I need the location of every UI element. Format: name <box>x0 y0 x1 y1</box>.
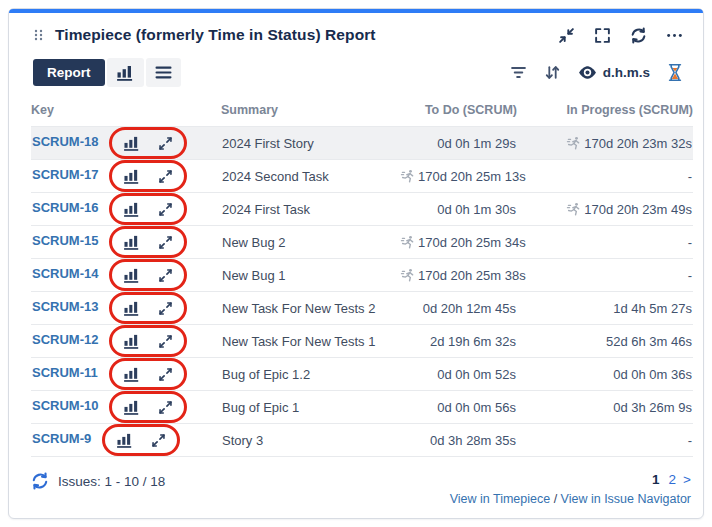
gadget-footer: Issues: 1 - 10 / 18 12> View in Timepiec… <box>9 460 703 518</box>
todo-cell: 2d 19h 6m 32s <box>399 325 517 358</box>
in-progress-cell: 0d 3h 26m 9s <box>517 391 693 424</box>
col-in-progress[interactable]: In Progress (SCRUM) <box>517 97 693 127</box>
annotation-red-oval <box>110 162 186 190</box>
bar-chart-icon[interactable] <box>123 267 141 283</box>
in-progress-cell: 1d 4h 5m 27s <box>517 292 693 325</box>
duration-format-label: d.h.m.s <box>603 65 650 80</box>
in-progress-cell: 170d 20h 23m 32s <box>517 127 693 160</box>
gadget-title: Timepiece (formerly Time in Status) Repo… <box>55 26 376 44</box>
annotation-red-oval <box>103 426 179 454</box>
annotation-red-oval <box>110 228 186 256</box>
issue-key-link[interactable]: SCRUM-15 <box>32 233 98 248</box>
todo-cell: 0d 0h 0m 52s <box>399 358 517 391</box>
expand-icon[interactable] <box>158 334 173 349</box>
expand-icon[interactable] <box>158 400 173 415</box>
expand-icon[interactable] <box>158 268 173 283</box>
col-todo[interactable]: To Do (SCRUM) <box>399 97 517 127</box>
hourglass-icon[interactable] <box>667 63 683 82</box>
row-actions <box>110 162 186 190</box>
expand-icon[interactable] <box>158 169 173 184</box>
issue-key-link[interactable]: SCRUM-9 <box>32 431 91 446</box>
issue-key-link[interactable]: SCRUM-12 <box>32 332 98 347</box>
bar-chart-icon[interactable] <box>116 432 134 448</box>
fullscreen-icon[interactable] <box>594 27 611 44</box>
expand-icon[interactable] <box>158 235 173 250</box>
table-row: SCRUM-13 New Task For New Tests 2 0d 20h… <box>31 292 693 325</box>
link-separator: / <box>554 492 557 506</box>
summary-cell: New Task For New Tests 1 <box>221 325 399 358</box>
row-actions <box>110 294 186 322</box>
filter-icon[interactable] <box>510 64 527 81</box>
annotation-red-oval <box>110 129 186 157</box>
row-actions <box>110 393 186 421</box>
refresh-icon[interactable] <box>630 27 647 44</box>
annotation-red-oval <box>110 261 186 289</box>
collapse-icon[interactable] <box>558 27 575 44</box>
expand-icon[interactable] <box>158 301 173 316</box>
issue-key-link[interactable]: SCRUM-16 <box>32 200 98 215</box>
gadget-header: Timepiece (formerly Time in Status) Repo… <box>9 13 703 50</box>
row-actions <box>110 327 186 355</box>
expand-icon[interactable] <box>158 136 173 151</box>
issue-key-link[interactable]: SCRUM-17 <box>32 167 98 182</box>
table-row: SCRUM-10 Bug of Epic 1 0d 0h 0m 56s 0d 3… <box>31 391 693 424</box>
list-view-button[interactable] <box>146 58 181 87</box>
summary-cell: New Task For New Tests 2 <box>221 292 399 325</box>
in-progress-cell: 170d 20h 23m 49s <box>517 193 693 226</box>
summary-cell: 2024 Second Task <box>221 160 399 193</box>
bar-chart-icon[interactable] <box>123 366 141 382</box>
refresh-issues-icon[interactable] <box>31 472 49 490</box>
expand-icon[interactable] <box>158 367 173 382</box>
col-key[interactable]: Key <box>31 97 221 127</box>
in-progress-cell: - <box>517 160 693 193</box>
bar-chart-icon[interactable] <box>123 333 141 349</box>
bar-chart-icon[interactable] <box>123 234 141 250</box>
issue-key-link[interactable]: SCRUM-10 <box>32 398 98 413</box>
todo-cell: 170d 20h 25m 38s <box>399 259 517 292</box>
report-tab-button[interactable]: Report <box>33 59 105 86</box>
todo-cell: 0d 0h 1m 29s <box>399 127 517 160</box>
annotation-red-oval <box>110 195 186 223</box>
annotation-red-oval <box>110 294 186 322</box>
row-actions <box>110 195 186 223</box>
sort-icon[interactable] <box>544 64 561 81</box>
chart-view-button[interactable] <box>107 58 144 87</box>
expand-icon[interactable] <box>151 433 166 448</box>
bar-chart-icon[interactable] <box>123 168 141 184</box>
issue-key-link[interactable]: SCRUM-13 <box>32 299 98 314</box>
page-next-link[interactable]: > <box>683 472 691 487</box>
summary-cell: 2024 First Story <box>221 127 399 160</box>
bar-chart-icon[interactable] <box>123 135 141 151</box>
in-progress-cell: - <box>517 259 693 292</box>
issue-key-link[interactable]: SCRUM-14 <box>32 266 98 281</box>
summary-cell: New Bug 2 <box>221 226 399 259</box>
bar-chart-icon[interactable] <box>123 201 141 217</box>
eye-icon <box>578 63 597 82</box>
table-row: SCRUM-17 2024 Second Task 170d 20h 25m 1… <box>31 160 693 193</box>
row-actions <box>110 261 186 289</box>
summary-cell: Bug of Epic 1 <box>221 391 399 424</box>
todo-cell: 0d 3h 28m 35s <box>399 424 517 457</box>
more-ellipsis-icon[interactable] <box>666 27 683 44</box>
row-actions <box>103 426 179 454</box>
expand-icon[interactable] <box>158 202 173 217</box>
row-actions <box>110 360 186 388</box>
page-2-link[interactable]: 2 <box>669 472 677 487</box>
summary-cell: New Bug 1 <box>221 259 399 292</box>
drag-handle-icon[interactable] <box>33 27 44 43</box>
timepiece-gadget: Timepiece (formerly Time in Status) Repo… <box>8 8 704 519</box>
issues-table: Key Summary To Do (SCRUM) In Progress (S… <box>9 97 703 457</box>
duration-format-toggle[interactable]: d.h.m.s <box>578 63 650 82</box>
bar-chart-icon[interactable] <box>123 300 141 316</box>
in-progress-cell: - <box>517 424 693 457</box>
view-in-issue-navigator-link[interactable]: View in Issue Navigator <box>561 492 691 506</box>
view-in-timepiece-link[interactable]: View in Timepiece <box>450 492 551 506</box>
issue-key-link[interactable]: SCRUM-18 <box>32 134 98 149</box>
page-1-current: 1 <box>652 472 660 487</box>
in-progress-cell: 52d 6h 3m 46s <box>517 325 693 358</box>
bar-chart-icon[interactable] <box>123 399 141 415</box>
issue-key-link[interactable]: SCRUM-11 <box>32 365 98 380</box>
annotation-red-oval <box>110 327 186 355</box>
col-summary[interactable]: Summary <box>221 97 399 127</box>
toolbar: Report <box>9 50 703 97</box>
